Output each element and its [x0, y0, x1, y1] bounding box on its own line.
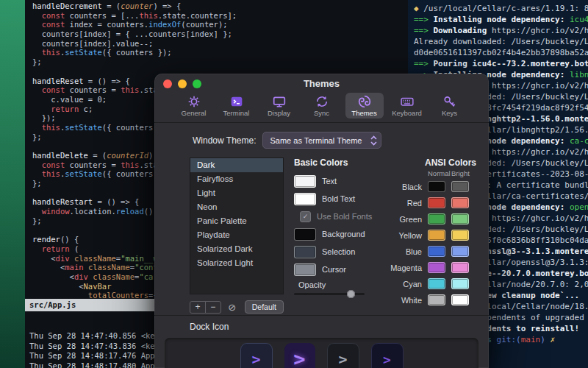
tab-themes[interactable]: Themes — [345, 93, 384, 118]
theme-list-item[interactable]: Solarized Dark — [190, 242, 283, 256]
slider-knob[interactable] — [347, 290, 355, 298]
basic-color-row: Bold Text — [294, 192, 381, 205]
ansi-row-label: White — [384, 296, 422, 305]
tab-keys[interactable]: Keys — [431, 93, 469, 118]
color-swatch-background[interactable] — [294, 228, 316, 241]
terminal-line: Already downloaded: /Users/buckley/Libra… — [414, 36, 588, 47]
opacity-slider[interactable] — [294, 290, 365, 298]
ansi-swatch-blue-normal[interactable] — [428, 246, 445, 257]
basic-color-row: Background — [294, 227, 381, 241]
ansi-color-row: Magenta — [384, 262, 476, 273]
chevron-up-down-icon — [370, 135, 377, 146]
tab-keyboard[interactable]: Keyboard — [388, 93, 426, 118]
tab-sync[interactable]: Sync — [303, 93, 341, 118]
basic-color-row: Opacity — [294, 280, 381, 298]
tab-label: General — [182, 109, 207, 117]
tab-display[interactable]: Display — [260, 93, 298, 118]
ansi-swatch-cyan-normal[interactable] — [428, 278, 445, 289]
ansi-row-label: Cyan — [384, 280, 422, 289]
themes-content: DarkFairyflossLightNeonPanic PalettePlay… — [154, 156, 489, 314]
basic-colors-title: Basic Colors — [294, 158, 381, 168]
opacity-label: Opacity — [298, 280, 381, 289]
basic-color-row: Text — [294, 174, 381, 188]
ansi-swatch-white-normal[interactable] — [428, 294, 445, 305]
ansi-row-label: Red — [384, 199, 422, 208]
theme-list-item[interactable]: Solarized Light — [190, 256, 283, 270]
dock-icon-mono[interactable]: > — [327, 343, 359, 368]
ansi-swatch-black-bright[interactable] — [451, 181, 469, 192]
color-swatch-bold-text[interactable] — [294, 193, 316, 205]
swatch-label: Cursor — [322, 265, 346, 274]
tab-label: Keys — [442, 109, 457, 117]
ansi-swatch-red-normal[interactable] — [428, 197, 445, 208]
window-theme-label: Window Theme: — [193, 135, 256, 146]
theme-list-item[interactable]: Neon — [190, 200, 283, 214]
ansi-swatch-green-bright[interactable] — [451, 213, 469, 224]
dock-icon-dark[interactable]: > — [371, 343, 404, 368]
dock-icon-classic[interactable]: > — [240, 343, 273, 368]
window-theme-row: Window Theme: Same as Terminal Theme — [154, 123, 489, 156]
swatch-label: Background — [322, 230, 365, 238]
dock-icon-picker: >>>> — [165, 338, 478, 368]
code-line: }; — [32, 57, 260, 67]
theme-list-item[interactable]: Fairyfloss — [190, 172, 283, 186]
theme-list-item[interactable]: Dark — [190, 158, 283, 172]
ansi-swatch-yellow-normal[interactable] — [428, 230, 445, 241]
checkbox-label: Use Bold Fonts — [317, 212, 372, 221]
swatch-label: Bold Text — [322, 194, 355, 203]
ansi-row-label: Blue — [384, 247, 422, 256]
theme-list-column: DarkFairyflossLightNeonPanic PalettePlay… — [190, 158, 284, 314]
ansi-swatch-magenta-normal[interactable] — [428, 262, 445, 273]
tab-general[interactable]: General — [175, 93, 213, 118]
theme-list: DarkFairyflossLightNeonPanic PalettePlay… — [190, 158, 284, 294]
color-swatch-text[interactable] — [294, 175, 316, 188]
default-theme-button[interactable]: Default — [245, 300, 284, 314]
ansi-swatch-black-normal[interactable] — [428, 181, 445, 192]
keyboard-icon — [401, 95, 414, 108]
ansi-swatch-cyan-bright[interactable] — [451, 278, 469, 289]
terminal-line: ==> Downloading https://ghcr.io/v2/homeb… — [414, 25, 588, 36]
ansi-swatch-yellow-bright[interactable] — [451, 230, 469, 241]
ansi-swatch-magenta-bright[interactable] — [451, 262, 469, 273]
code-line: const index = counters.indexOf(counter); — [32, 20, 260, 29]
use-bold-fonts-checkbox[interactable]: ✓ — [300, 211, 311, 222]
theme-list-item[interactable]: Light — [190, 186, 283, 200]
disable-theme-button[interactable]: ⊘ — [226, 302, 238, 313]
ansi-color-row: Yellow — [384, 230, 476, 241]
ansi-row-label: Magenta — [384, 263, 422, 272]
ansi-column-headers: NormalBright — [384, 169, 476, 177]
tab-label: Keyboard — [392, 109, 422, 117]
dock-icon-label: Dock Icon — [165, 322, 478, 332]
code-line: handleDecrement = (counter) => { — [32, 1, 260, 11]
titlebar[interactable]: Themes — [154, 74, 489, 93]
ansi-colors-title: ANSI Colors — [425, 158, 476, 168]
statusbar-filename: src/App.js — [29, 300, 76, 309]
desktop-wallpaper — [0, 0, 25, 368]
ansi-swatch-green-normal[interactable] — [428, 213, 445, 224]
dropdown-value: Same as Terminal Theme — [270, 136, 362, 145]
ansi-color-row: White — [384, 294, 476, 305]
tab-label: Sync — [314, 109, 329, 117]
gear-icon — [187, 95, 201, 108]
ansi-row-label: Green — [384, 215, 422, 224]
color-swatch-cursor[interactable] — [294, 263, 316, 276]
theme-list-item[interactable]: Playdate — [190, 228, 283, 242]
terminal-line: ==> Installing node dependency: icu4c — [414, 14, 588, 25]
add-theme-button[interactable]: + — [190, 301, 206, 314]
color-swatch-selection[interactable] — [294, 246, 316, 258]
dock-icon-bold[interactable]: > — [284, 343, 315, 368]
basic-color-row: Cursor — [294, 263, 381, 276]
theme-list-item[interactable]: Panic Palette — [190, 214, 283, 228]
tab-label: Terminal — [223, 109, 250, 117]
window-theme-dropdown[interactable]: Same as Terminal Theme — [262, 132, 381, 149]
code-line: const counters = [...this.state.counters… — [32, 11, 260, 21]
remove-theme-button[interactable]: − — [205, 301, 221, 314]
sync-icon — [315, 95, 329, 108]
ansi-swatch-blue-bright[interactable] — [451, 246, 469, 257]
ansi-swatch-red-bright[interactable] — [451, 197, 469, 208]
swatch-label: Text — [322, 177, 337, 185]
ansi-color-row: Red — [384, 197, 476, 208]
tab-terminal[interactable]: Terminal — [218, 93, 256, 118]
code-line: counters[index] = { ...counters[index] }… — [32, 29, 260, 39]
ansi-swatch-white-bright[interactable] — [451, 294, 469, 305]
